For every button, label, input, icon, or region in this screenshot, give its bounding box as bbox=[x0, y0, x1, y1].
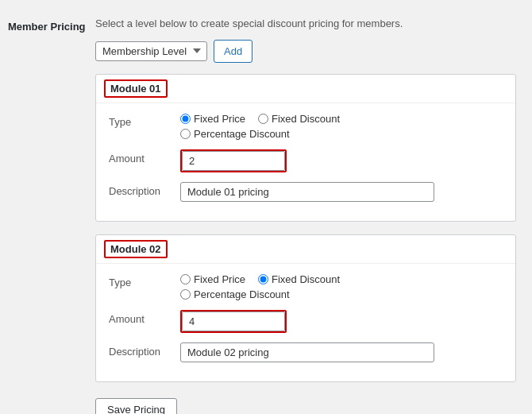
module-title-2: Module 02 bbox=[104, 240, 168, 258]
save-pricing-button[interactable]: Save Pricing bbox=[95, 398, 177, 414]
description-row-1: Description bbox=[109, 182, 503, 202]
add-button[interactable]: Add bbox=[214, 40, 253, 64]
amount-label-1: Amount bbox=[109, 149, 180, 164]
description-row-2: Description bbox=[109, 342, 503, 362]
type-options-1: Fixed PriceFixed DiscountPercentage Disc… bbox=[180, 113, 503, 140]
instruction-text: Select a level below to create special d… bbox=[95, 16, 516, 32]
type-label-2: Type bbox=[109, 273, 180, 288]
membership-level-select[interactable]: Membership LevelGoldSilverBronze bbox=[95, 41, 207, 61]
radio-label-fixed_discount-module-2: Fixed Discount bbox=[272, 273, 340, 285]
radio-option-percentage_discount-module-2[interactable]: Percentage Discount bbox=[180, 288, 290, 300]
radio-option-fixed_discount-module-2[interactable]: Fixed Discount bbox=[258, 273, 340, 285]
radio-option-fixed_discount-module-1[interactable]: Fixed Discount bbox=[258, 113, 340, 125]
radio-label-fixed_price-module-1: Fixed Price bbox=[194, 113, 245, 125]
module-card-1: Module 01TypeFixed PriceFixed DiscountPe… bbox=[95, 74, 516, 222]
type-label-1: Type bbox=[109, 113, 180, 128]
amount-wrapper-2 bbox=[180, 310, 287, 333]
module-title-1: Module 01 bbox=[104, 79, 168, 98]
description-label-1: Description bbox=[109, 182, 180, 197]
description-input-1[interactable] bbox=[180, 182, 434, 202]
description-input-2[interactable] bbox=[180, 342, 434, 362]
radio-label-fixed_price-module-2: Fixed Price bbox=[194, 273, 245, 285]
description-label-2: Description bbox=[109, 342, 180, 358]
radio-option-fixed_price-module-2[interactable]: Fixed Price bbox=[180, 273, 245, 285]
radio-label-fixed_discount-module-1: Fixed Discount bbox=[272, 113, 340, 125]
type-row-1: TypeFixed PriceFixed DiscountPercentage … bbox=[109, 113, 503, 140]
type-options-2: Fixed PriceFixed DiscountPercentage Disc… bbox=[180, 273, 503, 300]
amount-label-2: Amount bbox=[109, 310, 180, 325]
radio-option-fixed_price-module-1[interactable]: Fixed Price bbox=[180, 113, 245, 125]
radio-label-percentage_discount-module-2: Percentage Discount bbox=[194, 288, 290, 300]
amount-wrapper-1 bbox=[180, 149, 287, 172]
section-label: Member Pricing bbox=[0, 16, 95, 414]
amount-row-1: Amount bbox=[109, 149, 503, 172]
amount-row-2: Amount bbox=[109, 310, 503, 333]
module-header-1: Module 01 bbox=[96, 75, 515, 103]
module-header-2: Module 02 bbox=[96, 235, 515, 264]
radio-option-percentage_discount-module-1[interactable]: Percentage Discount bbox=[180, 128, 290, 140]
amount-input-1[interactable] bbox=[182, 151, 285, 171]
amount-input-2[interactable] bbox=[182, 311, 285, 331]
type-row-2: TypeFixed PriceFixed DiscountPercentage … bbox=[109, 273, 503, 300]
module-card-2: Module 02TypeFixed PriceFixed DiscountPe… bbox=[95, 234, 516, 382]
radio-label-percentage_discount-module-1: Percentage Discount bbox=[194, 128, 290, 140]
